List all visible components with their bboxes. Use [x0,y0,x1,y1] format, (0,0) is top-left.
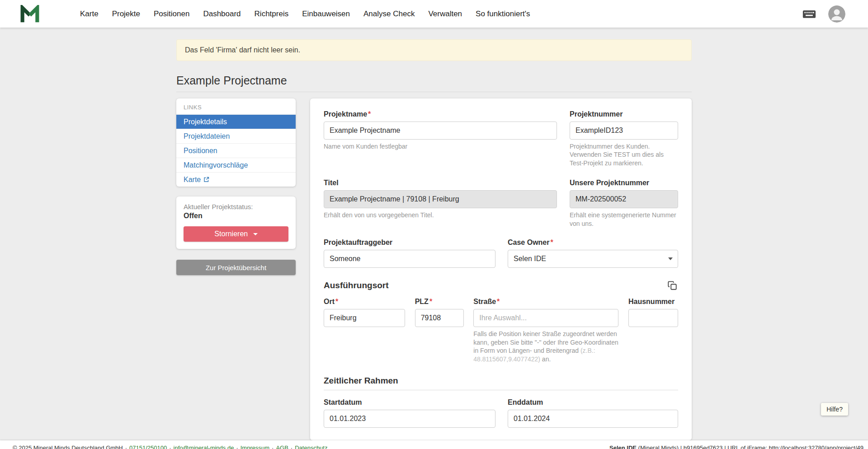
nav-item-positionen[interactable]: Positionen [147,0,196,28]
section-ausfuehrungsort-title: Ausführungsort [324,281,389,290]
footer-separator: · [291,444,292,449]
projektname-label-text: Projektname [324,110,367,118]
stornieren-label: Stornieren [214,230,248,238]
required-marker: * [368,110,371,118]
ort-input[interactable] [324,309,405,327]
strasse-helper-main: Falls die Position keiner Straße zugeord… [473,330,618,354]
plz-label-text: PLZ [415,298,429,305]
footer-separator: · [169,444,171,449]
project-details-form: Projektname* Name vom Kunden festlegbar … [310,98,692,440]
strasse-input[interactable] [473,309,618,327]
startdatum-input[interactable] [324,410,495,428]
top-navbar: Karte Projekte Positionen Dashboard Rich… [0,0,868,28]
brand-logo-icon[interactable] [20,5,40,23]
footer-email-link[interactable]: info@mineral-minds.de [174,444,234,449]
alert-message: Das Feld 'Firma' darf nicht leer sein. [185,46,300,54]
footer-copyright: © 2025 Mineral Minds Deutschland GmbH [13,444,123,449]
ort-label-text: Ort [324,298,335,305]
copy-icon[interactable] [666,280,678,291]
sidebar-item-matchingvorschlaege[interactable]: Matchingvorschläge [176,158,296,172]
projektnummer-input[interactable] [570,122,678,140]
footer-left: © 2025 Mineral Minds Deutschland GmbH · … [13,444,327,449]
sidebar-item-positionen[interactable]: Positionen [176,143,296,158]
unsere-projektnummer-input [570,190,678,208]
nav-item-einbauweisen[interactable]: Einbauweisen [295,0,357,28]
case-owner-select[interactable]: Selen IDE [508,250,678,268]
titel-helper: Erhält den von uns vorgegebenen Titel. [324,211,557,219]
required-marker: * [497,298,500,305]
section-zeitlicher-rahmen-title: Zeitlicher Rahmen [324,376,678,386]
plz-input[interactable] [415,309,464,327]
enddatum-label: Enddatum [508,398,678,407]
hausnummer-input[interactable] [628,309,678,327]
section-divider [324,390,678,390]
footer-impressum-link[interactable]: Impressum [241,444,269,449]
projektname-input[interactable] [324,122,557,140]
help-button[interactable]: Hilfe? [821,403,848,416]
projektname-helper: Name vom Kunden festlegbar [324,142,557,150]
nav-item-verwalten[interactable]: Verwalten [421,0,469,28]
app-root: Karte Projekte Positionen Dashboard Rich… [0,0,868,449]
stornieren-button[interactable]: Stornieren [184,226,288,242]
user-avatar[interactable] [828,5,845,23]
unsere-projektnummer-label: Unsere Projektnummer [570,179,678,187]
projektnummer-label: Projektnummer [570,110,678,118]
strasse-helper-suffix: an. [540,355,551,363]
page-title: Example Projectname [176,74,692,87]
keyboard-icon[interactable] [802,9,816,19]
strasse-label: Straße* [473,298,618,306]
nav-item-projekte[interactable]: Projekte [105,0,147,28]
external-link-icon [203,177,209,182]
ort-label: Ort* [324,298,405,306]
project-overview-button[interactable]: Zur Projektübersicht [176,260,296,275]
required-marker: * [335,298,338,305]
case-owner-label: Case Owner* [508,239,678,247]
nav-item-so-funktionierts[interactable]: So funktioniert's [469,0,537,28]
title-divider [176,92,692,92]
sidebar-item-karte-label: Karte [184,175,201,184]
case-owner-label-text: Case Owner [508,239,549,246]
sidebar-item-projektdetails[interactable]: Projektdetails [176,114,296,129]
project-status-card: Aktueller Projektstatus: Offen Storniere… [176,196,296,249]
unsere-projektnummer-helper: Erhält eine systemgenerierte Nummer von … [570,211,678,228]
links-header: LINKS [176,98,296,114]
footer-agb-link[interactable]: AGB [276,444,288,449]
status-label: Aktueller Projektstatus: [184,203,291,210]
session-user: Selen IDE [609,444,637,449]
required-marker: * [550,239,553,246]
titel-input [324,190,557,208]
titel-label: Titel [324,179,557,187]
session-details: (Mineral Minds) | b91695ed7623 | URL of … [637,444,863,449]
sidebar-links-card: LINKS Projektdetails Projektdateien Posi… [176,98,296,187]
sidebar-item-karte[interactable]: Karte [176,172,296,187]
footer-separator: · [236,444,238,449]
nav-item-richtpreis[interactable]: Richtpreis [248,0,296,28]
projektauftraggeber-label: Projektauftraggeber [324,239,495,247]
strasse-helper: Falls die Position keiner Straße zugeord… [473,330,618,363]
required-marker: * [429,298,432,305]
main-content: Das Feld 'Firma' darf nicht leer sein. E… [0,28,868,440]
projektname-label: Projektname* [324,110,557,118]
plz-label: PLZ* [415,298,464,306]
startdatum-label: Startdatum [324,398,495,407]
main-nav: Karte Projekte Positionen Dashboard Rich… [73,0,537,28]
status-value: Offen [184,212,291,220]
nav-item-karte[interactable]: Karte [73,0,105,28]
projektauftraggeber-input[interactable] [324,250,495,268]
session-info: Selen IDE (Mineral Minds) | b91695ed7623… [609,444,863,449]
strasse-label-text: Straße [473,298,496,305]
footer-separator: · [272,444,274,449]
footer-datenschutz-link[interactable]: Datenschutz [295,444,327,449]
sidebar-item-projektdateien[interactable]: Projektdateien [176,129,296,143]
enddatum-input[interactable] [508,410,678,428]
nav-item-dashboard[interactable]: Dashboard [196,0,247,28]
hausnummer-label: Hausnummer [628,298,678,306]
mineral-minds-logo-icon [20,5,40,23]
navbar-right [802,5,845,23]
footer-phone-link[interactable]: 07151/250100 [129,444,167,449]
footer-separator: · [125,444,127,449]
validation-alert: Das Feld 'Firma' darf nicht leer sein. [176,39,692,61]
nav-item-analyse-check[interactable]: Analyse Check [357,0,421,28]
sidebar: LINKS Projektdetails Projektdateien Posi… [176,98,296,275]
footer: © 2025 Mineral Minds Deutschland GmbH · … [0,440,868,449]
